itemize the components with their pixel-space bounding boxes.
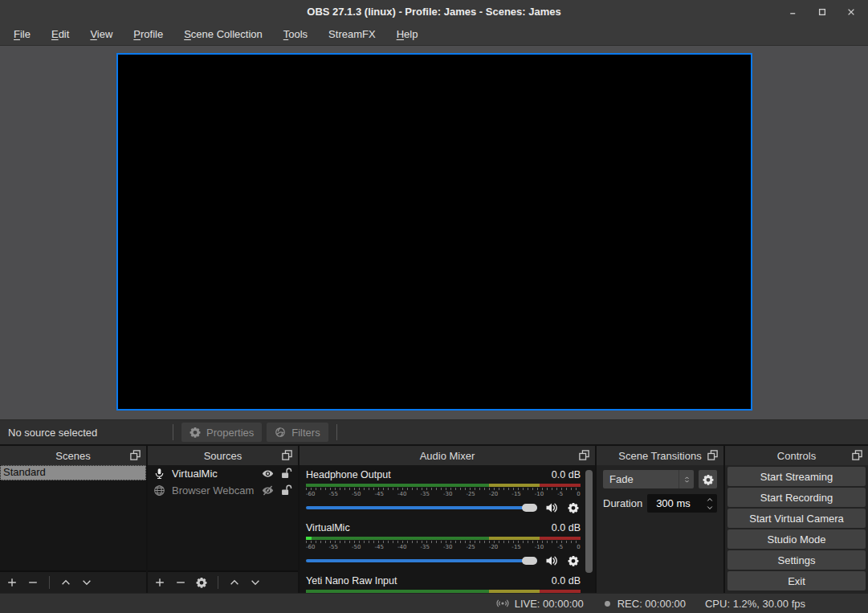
dock-float-icon[interactable] (129, 449, 142, 462)
scale-tick-label: -40 (397, 491, 406, 497)
controls-buttons: Start StreamingStart RecordingStart Virt… (725, 465, 868, 593)
lock-open-icon[interactable] (280, 484, 292, 497)
mute-button[interactable] (544, 501, 559, 515)
transition-settings-button[interactable] (699, 470, 717, 488)
scale-tick-label: -60 (306, 491, 315, 497)
volume-slider-handle[interactable] (522, 557, 537, 565)
rec-status: REC: 00:00:00 (617, 598, 686, 610)
source-row-virtualmic[interactable]: VirtualMic (148, 465, 298, 482)
spin-down-icon (706, 505, 714, 511)
scene-move-up-button[interactable] (60, 577, 71, 588)
titlebar: OBS 27.1.3 (linux) - Profile: James - Sc… (0, 0, 868, 24)
studio-mode-button[interactable]: Studio Mode (727, 529, 866, 549)
transitions-content: Fade Duration 300 ms (597, 465, 723, 593)
exit-button[interactable]: Exit (727, 571, 866, 591)
scale-tick-label: -60 (306, 544, 315, 550)
volume-slider[interactable] (306, 554, 537, 568)
eye-icon[interactable] (262, 468, 274, 480)
settings-button[interactable]: Settings (727, 550, 866, 570)
source-remove-button[interactable] (175, 577, 186, 588)
source-add-button[interactable] (154, 577, 165, 588)
scale-tick-label: -10 (535, 544, 544, 550)
scene-add-button[interactable] (6, 577, 18, 588)
source-toolbar: No source selected Properties Filters (0, 419, 868, 444)
start-recording-button[interactable]: Start Recording (727, 488, 866, 507)
menu-item-edit[interactable]: Edit (41, 24, 79, 45)
controls-dock-title: Controls (777, 450, 816, 462)
scale-tick-label: -10 (535, 491, 544, 497)
menu-item-view[interactable]: View (79, 24, 123, 45)
volume-slider-track (306, 559, 537, 562)
volume-meter (306, 590, 581, 593)
microphone-icon (153, 468, 165, 480)
toolbar-separator (173, 424, 173, 440)
sources-dock: Sources VirtualMicBrowser Webcam (148, 446, 298, 593)
meter-tickmarks (306, 488, 581, 490)
scene-move-down-button[interactable] (81, 577, 92, 588)
meter-tickmarks (306, 541, 581, 543)
start-streaming-button[interactable]: Start Streaming (727, 467, 866, 486)
spin-up-icon (706, 497, 714, 503)
sources-dock-header: Sources (148, 446, 298, 465)
statusbar: LIVE: 00:00:00 REC: 00:00:00 CPU: 1.2%, … (0, 593, 868, 613)
cpu-fps-status: CPU: 1.2%, 30.00 fps (705, 598, 805, 610)
meter-scale-labels: -60-55-50-45-40-35-30-25-20-15-10-50 (306, 491, 581, 497)
sources-dock-title: Sources (204, 450, 242, 462)
mixer-level-value: 0.0 dB (552, 575, 581, 586)
channel-settings-button[interactable] (566, 501, 581, 515)
source-properties-button[interactable] (196, 577, 207, 588)
menu-item-help[interactable]: Help (386, 24, 429, 45)
scene-transitions-dock-title: Scene Transitions (618, 450, 701, 462)
mixer-channel-name: VirtualMic (306, 522, 350, 533)
channel-settings-button[interactable] (566, 554, 581, 568)
duration-decrease-button[interactable] (705, 504, 715, 511)
menu-item-streamfx[interactable]: StreamFX (318, 24, 386, 45)
source-move-down-button[interactable] (250, 577, 261, 588)
transition-select[interactable]: Fade (603, 470, 694, 488)
duration-increase-button[interactable] (705, 496, 715, 503)
preview-canvas[interactable] (116, 53, 752, 411)
eye-slash-icon[interactable] (262, 484, 274, 497)
properties-label: Properties (206, 427, 254, 439)
source-move-up-button[interactable] (229, 577, 240, 588)
mixer-scrollbar[interactable] (585, 470, 593, 573)
source-row-browser-webcam[interactable]: Browser Webcam (148, 482, 298, 499)
scale-tick-label: -50 (352, 491, 361, 497)
lock-open-icon[interactable] (280, 468, 292, 480)
scene-remove-button[interactable] (27, 577, 39, 588)
live-status: LIVE: 00:00:00 (515, 598, 584, 610)
scale-tick-label: -25 (466, 491, 475, 497)
volume-slider-handle[interactable] (522, 504, 537, 512)
menu-item-scene-collection[interactable]: Scene Collection (173, 24, 273, 45)
properties-button[interactable]: Properties (181, 423, 262, 442)
broadcast-icon (496, 597, 509, 610)
dock-float-icon[interactable] (851, 449, 864, 462)
scale-tick-label: -35 (420, 544, 429, 550)
mute-button[interactable] (544, 554, 559, 568)
start-virtual-camera-button[interactable]: Start Virtual Camera (727, 509, 866, 528)
mixer-level-value: 0.0 dB (552, 522, 581, 533)
maximize-button[interactable] (813, 3, 831, 21)
audio-mixer-dock-title: Audio Mixer (420, 450, 475, 462)
scale-tick-label: -15 (511, 544, 520, 550)
scale-tick-label: -45 (374, 544, 383, 550)
menu-item-profile[interactable]: Profile (123, 24, 173, 45)
dock-float-icon[interactable] (281, 449, 294, 462)
menu-item-tools[interactable]: Tools (273, 24, 318, 45)
filters-button[interactable]: Filters (267, 423, 328, 442)
minimize-button[interactable] (784, 3, 802, 21)
meter-scale-labels: -60-55-50-45-40-35-30-25-20-15-10-50 (306, 544, 581, 550)
dock-float-icon[interactable] (578, 449, 591, 462)
close-button[interactable] (842, 3, 860, 21)
scene-item-standard[interactable]: Standard (0, 465, 146, 480)
controls-dock-header: Controls (725, 446, 868, 465)
dock-float-icon[interactable] (707, 449, 719, 462)
menu-item-file[interactable]: File (3, 24, 41, 45)
duration-spinbox[interactable]: 300 ms (647, 494, 717, 513)
record-dot-icon (603, 599, 612, 608)
scale-tick-label: -35 (420, 491, 429, 497)
scale-tick-label: -30 (443, 544, 452, 550)
volume-slider[interactable] (306, 501, 537, 515)
volume-meter-active-level (306, 537, 312, 540)
mixer-channel-yeti-nano-raw-input: Yeti Nano Raw Input0.0 dB-60-55-50-45-40… (306, 575, 581, 593)
